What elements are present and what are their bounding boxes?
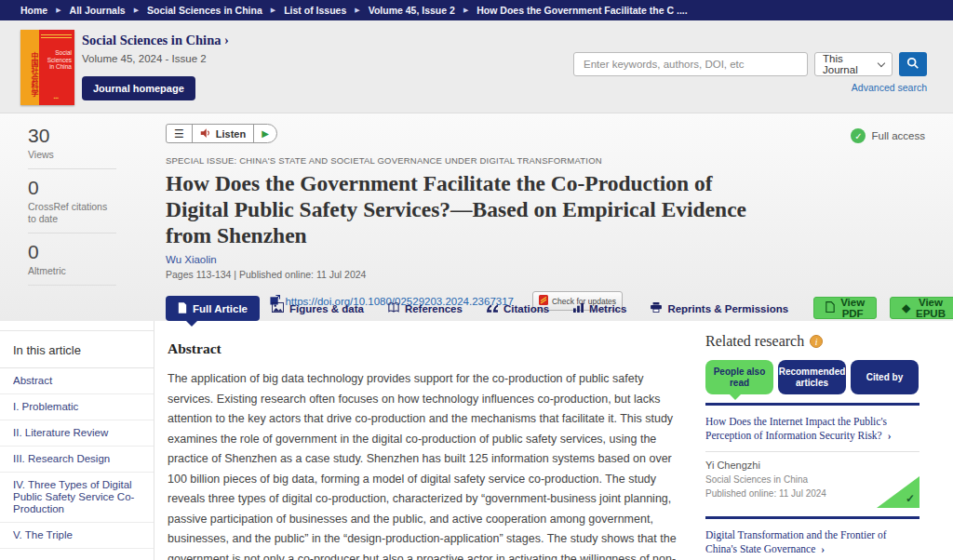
breadcrumb-list-of-issues[interactable]: List of Issues bbox=[284, 5, 346, 16]
related-item: Digital Transformation and the Frontier … bbox=[705, 519, 919, 560]
search-input[interactable] bbox=[573, 52, 808, 76]
breadcrumb: Home ▶ All Journals ▶ Social Sciences in… bbox=[0, 0, 953, 20]
full-access-check-icon: ✓ bbox=[851, 128, 866, 143]
crossref-label: CrossRef citations to date bbox=[28, 201, 116, 225]
special-issue-label: SPECIAL ISSUE: CHINA'S STATE AND SOCIETA… bbox=[166, 155, 771, 166]
breadcrumb-home[interactable]: Home bbox=[20, 5, 47, 16]
journal-cover-body: Social Sciences in China ▪▪▪ bbox=[39, 30, 74, 105]
author-link[interactable]: Wu Xiaolin bbox=[166, 254, 771, 265]
epub-diamond-icon: ◆ bbox=[902, 301, 910, 314]
tab-reprints-permissions[interactable]: Reprints & Permissions bbox=[638, 296, 800, 321]
info-icon[interactable]: i bbox=[810, 335, 823, 348]
related-research-heading: Related research bbox=[705, 333, 804, 350]
article-title: How Does the Government Facilitate the C… bbox=[166, 170, 747, 248]
related-item: How Does the Internet Impact the Public'… bbox=[705, 406, 919, 519]
chevron-right-icon: › bbox=[888, 430, 892, 441]
altmetric-label: Altmetric bbox=[28, 265, 116, 277]
breadcrumb-separator-icon: ▶ bbox=[271, 7, 275, 14]
speaker-icon bbox=[200, 127, 211, 140]
listen-label: Listen bbox=[216, 128, 246, 140]
search-area: This Journal Advanced search bbox=[573, 52, 927, 93]
abstract-heading: Abstract bbox=[168, 340, 705, 357]
toc-item-research-design[interactable]: III. Research Design bbox=[0, 447, 154, 473]
chevron-right-icon: › bbox=[224, 33, 229, 47]
article-header: 30 Views 0 CrossRef citations to date 0 … bbox=[0, 113, 953, 321]
journal-homepage-button[interactable]: Journal homepage bbox=[82, 76, 195, 100]
full-access-badge: ✓ Full access bbox=[851, 128, 925, 143]
tab-people-also-read[interactable]: People also read bbox=[705, 360, 773, 394]
journal-issue[interactable]: Volume 45, 2024 - Issue 2 bbox=[82, 53, 229, 64]
toc-item-abstract[interactable]: Abstract bbox=[0, 368, 154, 394]
tab-cited-by[interactable]: Cited by bbox=[851, 360, 919, 394]
journal-cover-spine: 中国社会科学 bbox=[20, 30, 39, 105]
tab-full-article[interactable]: Full Article bbox=[166, 296, 260, 321]
related-article-link[interactable]: Digital Transformation and the Frontier … bbox=[705, 519, 919, 560]
tab-metrics[interactable]: Metrics bbox=[561, 296, 638, 321]
toc-item-literature-review[interactable]: II. Literature Review bbox=[0, 420, 154, 447]
view-epub-button[interactable]: ◆ View EPUB bbox=[890, 297, 953, 319]
pdf-document-icon bbox=[825, 301, 835, 314]
readspeaker-menu-button[interactable]: ☰ bbox=[167, 125, 193, 142]
tab-recommended-articles[interactable]: Recommended articles bbox=[778, 360, 846, 394]
views-count: 30 bbox=[28, 125, 116, 147]
search-scope-value: This Journal bbox=[823, 53, 879, 75]
breadcrumb-issue[interactable]: Volume 45, Issue 2 bbox=[369, 5, 455, 16]
journal-cover-title: Social Sciences in China bbox=[41, 49, 72, 71]
search-icon bbox=[906, 57, 919, 73]
related-research-panel: Related research i People also read Reco… bbox=[705, 321, 919, 560]
breadcrumb-separator-icon: ▶ bbox=[134, 7, 139, 14]
toc-heading: In this article bbox=[0, 331, 154, 368]
readspeaker-widget: ☰ Listen ▶ bbox=[166, 124, 277, 143]
hamburger-icon: ☰ bbox=[174, 127, 184, 140]
book-icon bbox=[388, 302, 399, 314]
crossref-count: 0 bbox=[28, 177, 116, 199]
toc-item-three-types[interactable]: IV. Three Types of Digital Public Safety… bbox=[0, 473, 154, 523]
breadcrumb-all-journals[interactable]: All Journals bbox=[70, 5, 126, 16]
bar-chart-icon bbox=[573, 302, 584, 314]
full-access-label: Full access bbox=[871, 130, 925, 141]
tab-figures-data[interactable]: Figures & data bbox=[260, 296, 376, 321]
article-metrics: 30 Views 0 CrossRef citations to date 0 … bbox=[28, 125, 116, 293]
article-body: Abstract The application of big data tec… bbox=[154, 321, 705, 560]
breadcrumb-separator-icon: ▶ bbox=[463, 7, 468, 14]
advanced-search-link[interactable]: Advanced search bbox=[573, 82, 927, 93]
tab-references[interactable]: References bbox=[376, 296, 475, 321]
breadcrumb-journal[interactable]: Social Sciences in China bbox=[147, 5, 262, 16]
view-pdf-button[interactable]: View PDF bbox=[813, 297, 877, 319]
toc-item-section-v[interactable]: V. The Triple bbox=[0, 523, 154, 549]
related-tabs: People also read Recommended articles Ci… bbox=[705, 360, 919, 394]
search-scope-select[interactable]: This Journal bbox=[814, 52, 893, 76]
views-label: Views bbox=[28, 149, 116, 161]
printer-icon bbox=[651, 302, 662, 314]
breadcrumb-separator-icon: ▶ bbox=[56, 7, 60, 14]
breadcrumb-article: How Does the Government Facilitate the C… bbox=[476, 5, 687, 16]
toc-item-problematic[interactable]: I. Problematic bbox=[0, 394, 154, 420]
check-icon: ✓ bbox=[906, 492, 915, 505]
image-icon bbox=[272, 302, 284, 314]
chevron-right-icon: › bbox=[821, 543, 825, 554]
pages-published-line: Pages 113-134 | Published online: 11 Jul… bbox=[166, 269, 771, 280]
tab-citations[interactable]: Citations bbox=[475, 296, 561, 321]
altmetric-count: 0 bbox=[28, 241, 116, 263]
article-tabbar: Full Article Figures & data References C… bbox=[166, 296, 953, 321]
search-button[interactable] bbox=[899, 52, 927, 76]
document-icon bbox=[178, 302, 187, 315]
journal-banner: 中国社会科学 Social Sciences in China ▪▪▪ Soci… bbox=[0, 20, 953, 113]
in-this-article-sidebar: In this article Abstract I. Problematic … bbox=[0, 321, 154, 560]
play-icon: ▶ bbox=[262, 128, 269, 139]
journal-cover-image[interactable]: 中国社会科学 Social Sciences in China ▪▪▪ bbox=[20, 30, 74, 105]
journal-info: Social Sciences in China › Volume 45, 20… bbox=[82, 33, 229, 100]
quote-icon bbox=[487, 303, 498, 314]
journal-title-link[interactable]: Social Sciences in China › bbox=[82, 33, 229, 48]
listen-button[interactable]: Listen bbox=[193, 125, 254, 142]
related-article-link[interactable]: How Does the Internet Impact the Public'… bbox=[705, 406, 919, 452]
play-button[interactable]: ▶ bbox=[254, 125, 276, 142]
abstract-text: The application of big data technology p… bbox=[168, 369, 692, 560]
related-author: Yi Chengzhi bbox=[705, 460, 919, 471]
breadcrumb-separator-icon: ▶ bbox=[355, 7, 359, 14]
